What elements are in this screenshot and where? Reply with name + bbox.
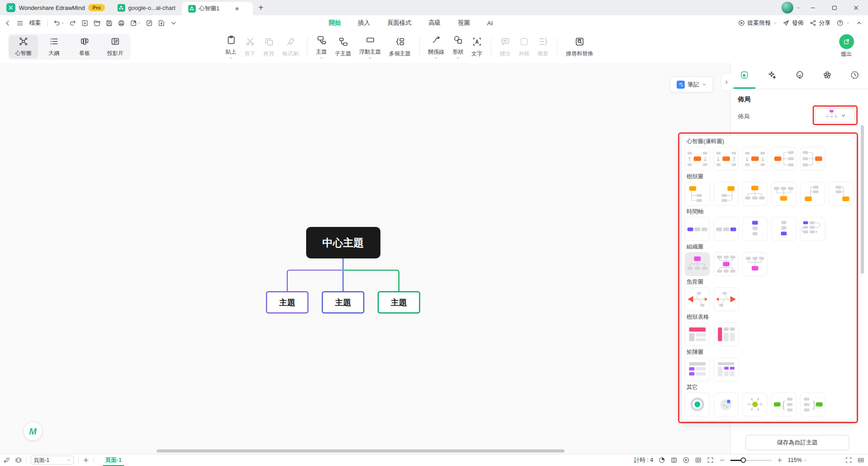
layout-dropdown[interactable] (815, 108, 855, 122)
present-button[interactable]: 提案簡報 (738, 19, 777, 27)
edrawmind-watermark-logo[interactable]: M (24, 422, 42, 440)
text-button[interactable]: 文字 (467, 34, 486, 60)
app-tab[interactable]: Wondershare EdrawMind Pro (0, 0, 111, 15)
layout-thumb-bracket-left[interactable]: } (800, 393, 825, 416)
publish-button[interactable]: 發佈 (782, 19, 804, 27)
account-chevron-down-icon[interactable] (796, 6, 800, 10)
page-tab[interactable]: 頁面-1 (98, 454, 129, 466)
panel-tab-sticker[interactable] (786, 63, 813, 89)
fit-screen-icon[interactable] (695, 457, 702, 464)
zoom-out-button[interactable] (719, 457, 725, 463)
presentation-play-icon[interactable] (683, 457, 690, 464)
paste-button[interactable]: 貼上 (222, 34, 240, 60)
layout-thumb-tree-left[interactable] (714, 182, 739, 206)
horizontal-scrollbar[interactable] (157, 449, 565, 452)
layout-thumb-tree-both[interactable] (742, 182, 768, 206)
collapse-ribbon-button[interactable] (855, 19, 863, 27)
layout-thumb-tree-up[interactable] (771, 182, 796, 206)
zoom-slider-thumb[interactable] (741, 457, 746, 463)
panel-tab-history[interactable] (841, 63, 868, 89)
topic-button[interactable]: 主題 (312, 34, 331, 60)
print-button[interactable] (116, 17, 127, 29)
page-manager-button[interactable] (15, 457, 22, 464)
layout-thumb-time-v-top[interactable] (742, 217, 768, 241)
layout-thumb-matrix-rows[interactable] (685, 357, 710, 381)
minimize-button[interactable] (803, 0, 822, 15)
back-button[interactable] (3, 17, 13, 29)
outline-map-button[interactable] (4, 457, 11, 464)
shape-button[interactable]: 形狀 (448, 34, 467, 60)
close-button[interactable] (846, 0, 865, 15)
redo-button[interactable] (68, 17, 78, 29)
timer-pie-icon[interactable] (658, 457, 665, 464)
panel-collapse-button[interactable] (721, 73, 731, 91)
find-replace-button[interactable]: 搜尋和替換 (562, 34, 597, 60)
layout-thumb-radial[interactable] (742, 393, 768, 416)
ribbon-tab-6[interactable]: AI (487, 20, 493, 27)
zoom-slider[interactable] (730, 457, 772, 463)
fit-width-icon[interactable] (857, 457, 864, 464)
mode-outline[interactable]: 大綱 (40, 35, 68, 59)
floating-topic-button[interactable]: 浮動主題 (355, 34, 385, 60)
subtopic-button[interactable]: 子主題 (331, 34, 355, 60)
save-custom-theme-button[interactable]: 儲存為自訂主題 (746, 435, 849, 450)
layout-thumb-org-bottom[interactable] (742, 252, 768, 276)
undo-button[interactable] (52, 17, 66, 29)
new-document-button[interactable] (80, 17, 90, 29)
layout-thumb-mm-both-down[interactable] (742, 147, 768, 171)
fullscreen-icon[interactable] (845, 457, 852, 464)
page-selector[interactable]: 頁面-1 (31, 456, 74, 465)
layout-thumb-tree-up-left[interactable] (829, 182, 854, 206)
layout-thumb-time-h-last[interactable] (714, 217, 739, 241)
maximize-button[interactable] (825, 0, 844, 15)
layout-thumb-circle-target[interactable] (685, 393, 710, 416)
layout-thumb-table-header-top[interactable] (685, 322, 710, 346)
panel-tab-layout[interactable] (731, 63, 758, 89)
zoom-level[interactable]: 115% (788, 457, 807, 463)
quickbar-overflow-button[interactable] (168, 17, 179, 29)
expand-canvas-icon[interactable] (707, 457, 714, 464)
notes-button[interactable]: 筆記 (670, 77, 713, 92)
ribbon-tab-4[interactable]: 高級 (429, 19, 441, 27)
user-avatar[interactable] (781, 1, 794, 14)
edit-check-button[interactable] (144, 17, 154, 29)
layout-thumb-table-header-left[interactable] (714, 322, 739, 346)
ribbon-tab-3[interactable]: 頁面樣式 (387, 19, 411, 27)
ribbon-tab-5[interactable]: 視圖 (458, 19, 470, 27)
layout-thumb-fish-left[interactable] (685, 287, 710, 311)
save-button[interactable] (104, 17, 114, 29)
open-button[interactable] (92, 17, 102, 29)
tab-mindmap1[interactable]: 心智圖1 (182, 2, 253, 15)
layout-thumb-mm-right[interactable] (771, 147, 796, 171)
layout-thumb-fish-right[interactable] (714, 287, 739, 311)
help-button[interactable] (836, 19, 850, 27)
layout-thumb-tree-right[interactable] (685, 182, 710, 206)
layout-thumb-time-snake[interactable] (800, 217, 825, 241)
layout-thumb-bracket-right[interactable]: { (771, 393, 796, 416)
canvas[interactable]: 中心主題 主題 主題 主題 筆記 M (0, 63, 730, 454)
layout-thumb-matrix-cols[interactable] (714, 357, 739, 381)
layout-thumb-org-middle[interactable] (714, 252, 739, 276)
mode-mindmap[interactable]: 心智圖 (9, 35, 38, 59)
layout-thumb-bubble[interactable] (714, 393, 739, 416)
panel-tab-theme[interactable] (814, 63, 841, 89)
layout-thumb-mm-both-updown[interactable] (685, 147, 710, 171)
multi-topic-button[interactable]: 多個主題 (385, 34, 415, 60)
mode-kanban[interactable]: 看板 (70, 35, 99, 59)
save-as-button[interactable] (156, 17, 167, 29)
ribbon-tab-2[interactable]: 插入 (358, 19, 370, 27)
share-document-button[interactable] (128, 17, 142, 29)
layout-thumb-time-h-first[interactable] (685, 217, 710, 241)
file-menu[interactable]: 檔案 (27, 17, 43, 29)
ribbon-tab-1[interactable]: 開始 (329, 19, 341, 27)
mode-slides[interactable]: 投影片 (101, 35, 130, 59)
layout-thumb-org-top[interactable] (685, 252, 710, 276)
relationship-button[interactable]: 關係線 (424, 34, 448, 60)
share-button[interactable]: 分享 (809, 19, 831, 27)
new-tab-button[interactable]: + (253, 1, 269, 14)
main-menu-button[interactable] (15, 17, 25, 29)
add-page-button[interactable] (82, 457, 90, 464)
export-button[interactable]: 匯出 (834, 34, 859, 58)
panel-scrollbar[interactable] (861, 125, 864, 274)
layout-thumb-mm-left[interactable] (800, 147, 825, 171)
